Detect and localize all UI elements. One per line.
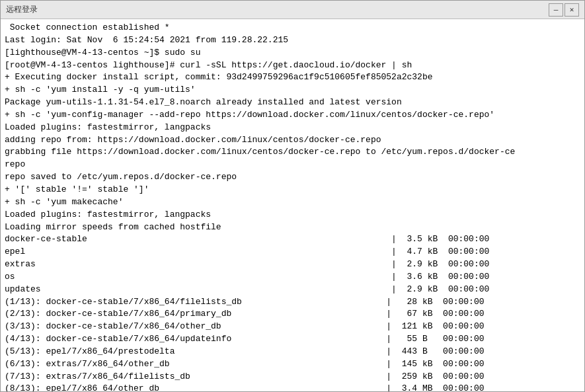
terminal-line: + sh -c 'yum-config-manager --add-repo h… xyxy=(5,109,580,122)
terminal-line: Loaded plugins: fastestmirror, langpacks xyxy=(5,122,580,134)
terminal-line: docker-ce-stable | 3.5 kB 00:00:00 xyxy=(5,233,580,246)
terminal-line: Last login: Sat Nov 6 15:24:54 2021 from… xyxy=(5,34,580,47)
terminal-line: + '[' stable '!=' stable ']' xyxy=(5,184,580,196)
window-controls: — ✕ xyxy=(549,3,579,17)
terminal-line: adding repo from: https://download.docke… xyxy=(5,134,580,147)
terminal-line: (2/13): docker-ce-stable/7/x86_64/primar… xyxy=(5,308,580,321)
terminal-line: Socket connection established * xyxy=(5,22,580,34)
terminal-line: repo saved to /etc/yum.repos.d/docker-ce… xyxy=(5,171,580,184)
terminal-line: (7/13): extras/7/x86_64/filelists_db | 2… xyxy=(5,371,580,383)
terminal-line: os | 3.6 kB 00:00:00 xyxy=(5,271,580,284)
terminal-line: Package yum-utils-1.1.31-54.el7_8.noarch… xyxy=(5,97,580,109)
terminal-line: (5/13): epel/7/x86_64/prestodelta | 443 … xyxy=(5,346,580,358)
close-button[interactable]: ✕ xyxy=(565,3,579,17)
terminal-line: [root@VM-4-13-centos lighthouse]# curl -… xyxy=(5,59,580,72)
terminal-line: (3/13): docker-ce-stable/7/x86_64/other_… xyxy=(5,321,580,333)
terminal-line: + sh -c 'yum makecache' xyxy=(5,196,580,209)
window-title: 远程登录 xyxy=(6,4,549,15)
terminal-line: (8/13): epel/7/x86_64/other_db | 3.4 MB … xyxy=(5,383,580,391)
terminal-line: (6/13): extras/7/x86_64/other_db | 145 k… xyxy=(5,358,580,371)
terminal-line: Loaded plugins: fastestmirror, langpacks xyxy=(5,209,580,221)
terminal-line: [lighthouse@VM-4-13-centos ~]$ sudo su xyxy=(5,47,580,59)
terminal-line: repo xyxy=(5,159,580,171)
terminal-line: (1/13): docker-ce-stable/7/x86_64/fileli… xyxy=(5,296,580,309)
terminal-line: (4/13): docker-ce-stable/7/x86_64/update… xyxy=(5,333,580,346)
minimize-button[interactable]: — xyxy=(549,3,563,17)
window: 远程登录 — ✕ Socket connection established *… xyxy=(0,0,585,392)
terminal-line: extras | 2.9 kB 00:00:00 xyxy=(5,258,580,271)
terminal-line: + sh -c 'yum install -y -q yum-utils' xyxy=(5,84,580,97)
terminal[interactable]: Socket connection established *Last logi… xyxy=(1,19,584,391)
terminal-line: epel | 4.7 kB 00:00:00 xyxy=(5,246,580,258)
terminal-line: + Executing docker install script, commi… xyxy=(5,71,580,84)
titlebar: 远程登录 — ✕ xyxy=(1,1,584,19)
terminal-line: Loading mirror speeds from cached hostfi… xyxy=(5,221,580,234)
terminal-line: grabbing file https://download.docker.co… xyxy=(5,146,580,159)
terminal-line: updates | 2.9 kB 00:00:00 xyxy=(5,284,580,296)
